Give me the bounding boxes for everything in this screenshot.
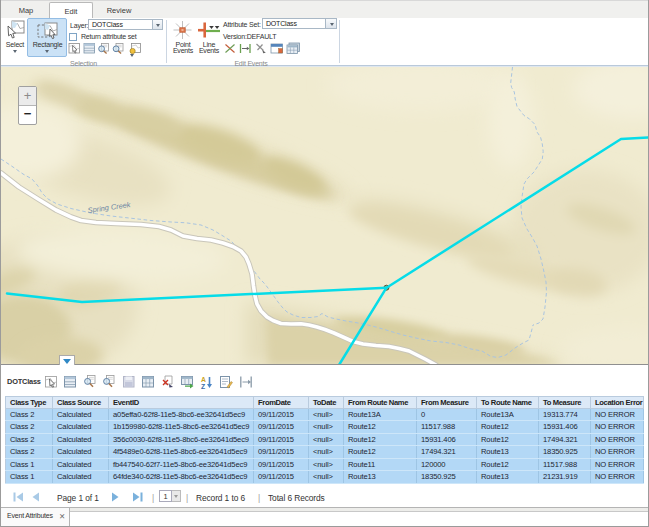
svg-text:Z: Z	[201, 383, 205, 390]
svg-text:A: A	[201, 376, 206, 383]
